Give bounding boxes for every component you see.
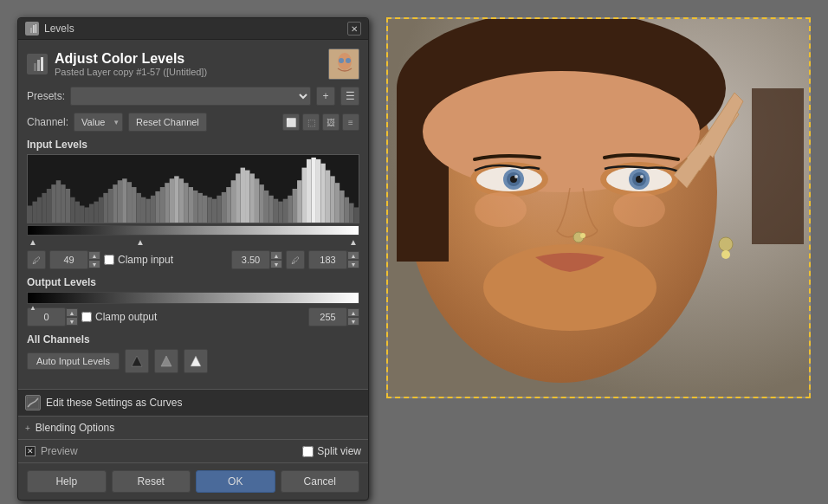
white-sample-button[interactable] [184,349,208,373]
white-point-down[interactable]: ▼ [347,260,359,268]
mid-point-input[interactable] [231,250,270,269]
svg-rect-67 [288,196,292,223]
header-left: Adjust Color Levels Pasted Layer copy #1… [27,51,207,77]
channel-icon-3[interactable]: 🖼 [322,113,340,131]
black-point-down[interactable]: ▼ [88,260,100,268]
svg-rect-78 [340,191,344,223]
reset-channel-button[interactable]: Reset Channel [128,113,207,132]
svg-rect-53 [222,192,226,223]
blending-label: Blending Options [36,422,114,434]
ok-button[interactable]: OK [196,470,275,493]
curves-row[interactable]: Edit these Settings as Curves [18,389,368,417]
svg-point-104 [719,237,733,251]
clamp-input-checkbox[interactable] [104,255,114,265]
split-view-label: Split view [317,445,361,457]
black-eyedropper[interactable]: 🖊 [27,250,46,269]
svg-rect-76 [330,176,334,223]
presets-menu-button[interactable]: ☰ [340,87,359,106]
dialog-icon [25,22,39,36]
output-section: Output Levels ▲ ▼ Clamp output [27,276,359,326]
presets-select[interactable] [70,87,311,106]
close-button[interactable]: ✕ [347,22,361,36]
output-white-down[interactable]: ▼ [347,317,359,326]
channel-row: Channel: Value Red Green Blue Alpha Rese… [27,113,359,132]
split-view-checkbox[interactable] [302,446,314,457]
svg-rect-20 [66,189,70,223]
white-point-input[interactable] [308,250,347,269]
svg-rect-21 [70,197,74,223]
channel-icon-1[interactable]: ⬜ [282,113,300,131]
channel-icon-2[interactable]: ⬚ [302,113,320,131]
auto-input-levels-button[interactable]: Auto Input Levels [27,352,120,370]
mid-point-up[interactable]: ▲ [270,251,282,260]
svg-point-10 [339,58,344,63]
svg-point-94 [514,175,518,178]
auto-row: Auto Input Levels [27,349,359,373]
header-title: Adjust Color Levels [55,51,207,67]
black-sample-button[interactable] [125,349,149,373]
grey-sample-button[interactable] [154,349,178,373]
output-levels-label: Output Levels [27,276,359,288]
presets-add-button[interactable]: + [316,87,335,106]
dialog-title: Levels [44,23,74,35]
reset-button[interactable]: Reset [112,470,191,493]
svg-rect-75 [326,171,330,223]
channel-icon-4[interactable]: ≡ [342,113,359,131]
svg-rect-51 [212,199,217,223]
curves-label: Edit these Settings as Curves [46,397,182,409]
svg-point-107 [613,192,665,227]
input-slider-markers: ▲ ▲ ▲ [27,237,359,247]
preview-checkbox-icon: ✕ [25,446,36,456]
svg-rect-41 [165,183,169,223]
clamp-output-checkbox[interactable] [81,312,92,322]
output-black-down[interactable]: ▼ [66,317,78,326]
white-point-input-wrap: ▲ ▼ [308,250,359,269]
output-values-row: ▲ ▼ Clamp output ▲ ▼ [27,307,359,326]
output-white-up[interactable]: ▲ [347,308,359,317]
mid-point-down[interactable]: ▼ [270,260,282,268]
help-button[interactable]: Help [27,470,107,493]
svg-rect-54 [226,187,230,223]
svg-rect-77 [335,183,340,223]
white-point-marker[interactable]: ▲ [349,237,358,247]
main-content [386,17,811,398]
black-point-marker[interactable]: ▲ [29,237,37,247]
channel-icons: ⬜ ⬚ 🖼 ≡ [282,113,359,131]
svg-rect-29 [108,189,113,223]
svg-rect-60 [255,178,259,223]
svg-rect-73 [316,159,320,223]
blending-row[interactable]: + Blending Options [18,417,368,440]
svg-rect-42 [170,178,174,223]
white-point-up[interactable]: ▲ [347,251,359,260]
output-white-input[interactable] [308,307,347,326]
svg-rect-81 [354,207,359,223]
black-point-up[interactable]: ▲ [88,251,100,260]
svg-rect-79 [345,197,349,223]
cancel-button[interactable]: Cancel [281,470,360,493]
output-slider[interactable] [27,292,359,304]
svg-rect-19 [61,184,65,223]
svg-rect-72 [311,158,315,223]
svg-rect-22 [75,202,80,223]
presets-label: Presets: [27,90,65,102]
svg-rect-33 [127,182,132,223]
svg-rect-24 [84,207,88,223]
input-levels-label: Input Levels [27,139,359,151]
input-gradient-bar [27,225,359,236]
black-point-input[interactable] [49,250,88,269]
histogram [27,154,359,223]
svg-point-105 [721,250,730,259]
output-black-up[interactable]: ▲ [66,308,78,317]
dialog-body: Adjust Color Levels Pasted Layer copy #1… [18,40,368,389]
mid-point-marker[interactable]: ▲ [136,237,145,247]
output-white-wrap: ▲ ▼ [308,307,359,326]
svg-rect-31 [118,180,122,223]
svg-rect-18 [56,180,61,223]
svg-rect-65 [278,202,282,223]
svg-rect-2 [33,25,35,33]
presets-row: Presets: + ☰ [27,87,359,106]
svg-rect-74 [320,164,325,223]
channel-select[interactable]: Value Red Green Blue Alpha [74,113,123,132]
svg-rect-45 [184,183,188,223]
white-eyedropper[interactable]: 🖊 [286,250,305,269]
